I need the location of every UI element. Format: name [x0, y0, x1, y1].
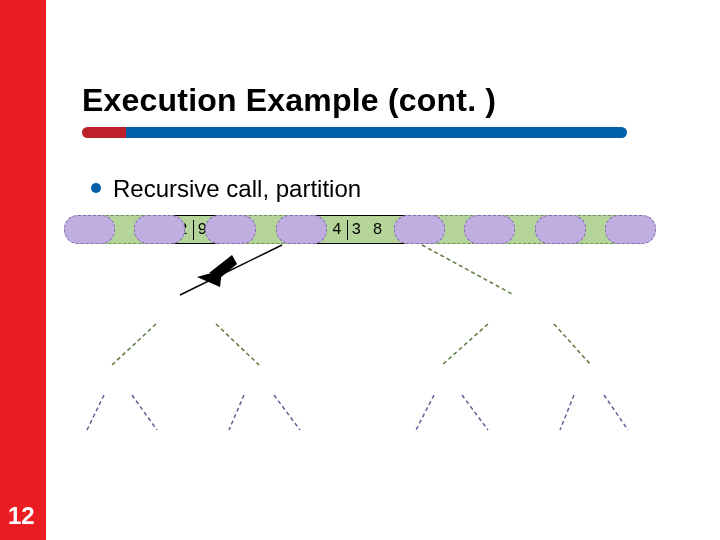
title-underline: [82, 127, 627, 138]
svg-line-3: [216, 324, 259, 365]
svg-line-12: [560, 395, 574, 430]
tree-leaf-5: [394, 215, 445, 244]
slide-title: Execution Example (cont. ): [82, 82, 496, 119]
tree-leaf-7: [535, 215, 586, 244]
svg-line-1: [422, 245, 514, 295]
svg-line-8: [229, 395, 244, 430]
side-accent: [0, 0, 46, 540]
tree-leaf-6: [464, 215, 515, 244]
svg-line-0: [180, 245, 282, 295]
partition-bar-icon: [347, 220, 348, 240]
bullet-text: Recursive call, partition: [113, 175, 361, 203]
page-number: 12: [8, 502, 35, 530]
tree-leaf-2: [134, 215, 185, 244]
svg-line-5: [554, 324, 591, 365]
merge-tree-diagram: 7 2 9 4 3 8 6 1 7 2 9 4: [64, 215, 684, 515]
tree-leaf-3: [205, 215, 256, 244]
partition-bar-icon: [193, 220, 194, 240]
svg-line-4: [442, 324, 488, 365]
svg-line-6: [87, 395, 104, 430]
svg-line-7: [132, 395, 157, 430]
tree-leaf-1: [64, 215, 115, 244]
tree-leaf-8: [605, 215, 656, 244]
svg-line-9: [274, 395, 300, 430]
bullet-icon: [91, 183, 101, 193]
slide: Execution Example (cont. ) Recursive cal…: [0, 0, 720, 540]
svg-line-10: [416, 395, 434, 430]
svg-line-13: [604, 395, 628, 430]
tree-leaf-4: [276, 215, 327, 244]
svg-line-11: [462, 395, 488, 430]
svg-line-2: [112, 324, 156, 365]
tree-edges: [64, 215, 684, 515]
